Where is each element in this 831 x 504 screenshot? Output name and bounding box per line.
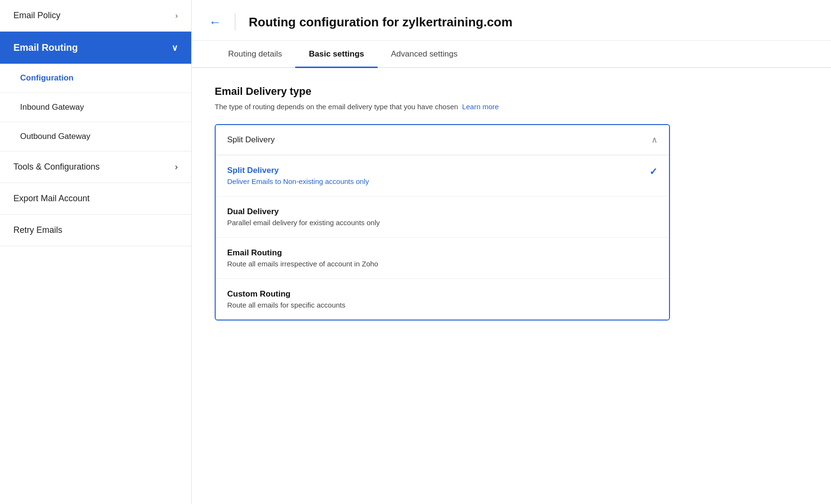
sidebar-item-tools-configurations[interactable]: Tools & Configurations ›	[0, 151, 191, 183]
dropdown-options: Split Delivery ✓ Deliver Emails to Non-e…	[216, 155, 669, 320]
option-dual-delivery[interactable]: Dual Delivery Parallel email delivery fo…	[216, 196, 669, 238]
chevron-right-icon: ›	[175, 11, 178, 20]
sidebar-item-tools-label: Tools & Configurations	[13, 162, 100, 172]
tab-routing-details[interactable]: Routing details	[215, 41, 295, 68]
option-split-delivery[interactable]: Split Delivery ✓ Deliver Emails to Non-e…	[216, 155, 669, 196]
option-email-routing-title: Email Routing	[227, 248, 658, 258]
section-title: Email Delivery type	[215, 85, 808, 98]
sidebar-item-email-routing-label: Email Routing	[13, 42, 78, 53]
sidebar-item-export-mail[interactable]: Export Mail Account	[0, 183, 191, 215]
sidebar-item-retry-label: Retry Emails	[13, 225, 62, 235]
header-divider	[235, 13, 235, 31]
option-dual-delivery-desc: Parallel email delivery for existing acc…	[227, 218, 658, 227]
sidebar-item-email-policy-label: Email Policy	[13, 11, 60, 21]
option-custom-routing-desc: Route all emails for specific accounts	[227, 301, 658, 309]
option-split-delivery-title: Split Delivery	[227, 166, 279, 175]
option-split-delivery-header: Split Delivery ✓	[227, 166, 658, 177]
checkmark-icon: ✓	[649, 166, 658, 177]
option-email-routing-desc: Route all emails irrespective of account…	[227, 260, 658, 268]
chevron-right-icon-2: ›	[175, 162, 178, 172]
sidebar-item-retry-emails[interactable]: Retry Emails	[0, 215, 191, 246]
back-button[interactable]: ←	[209, 15, 221, 30]
content-area: Email Delivery type The type of routing …	[192, 68, 831, 504]
section-description: The type of routing depends on the email…	[215, 103, 808, 111]
sidebar-sub-items: Configuration Inbound Gateway Outbound G…	[0, 64, 191, 151]
dropdown-header[interactable]: Split Delivery ∧	[216, 125, 669, 155]
tab-advanced-settings[interactable]: Advanced settings	[378, 41, 471, 68]
section-desc-text: The type of routing depends on the email…	[215, 103, 458, 111]
main-header: ← Routing configuration for zylkertraini…	[192, 0, 831, 41]
option-custom-routing-title: Custom Routing	[227, 289, 658, 299]
sidebar-item-email-routing[interactable]: Email Routing ∨	[0, 32, 191, 64]
option-split-delivery-desc: Deliver Emails to Non-existing accounts …	[227, 177, 658, 185]
sidebar-sub-item-configuration[interactable]: Configuration	[0, 64, 191, 93]
learn-more-link[interactable]: Learn more	[462, 103, 499, 111]
tab-basic-settings[interactable]: Basic settings	[295, 41, 377, 68]
delivery-type-dropdown[interactable]: Split Delivery ∧ Split Delivery ✓ Delive…	[215, 124, 670, 321]
sidebar-sub-item-inbound-gateway-label: Inbound Gateway	[20, 103, 84, 112]
main-content: ← Routing configuration for zylkertraini…	[192, 0, 831, 504]
chevron-down-icon: ∨	[172, 43, 178, 53]
dropdown-selected-value: Split Delivery	[227, 135, 275, 145]
chevron-up-icon: ∧	[651, 135, 658, 145]
sidebar-item-email-policy[interactable]: Email Policy ›	[0, 0, 191, 32]
option-email-routing[interactable]: Email Routing Route all emails irrespect…	[216, 238, 669, 279]
sidebar-sub-item-outbound-gateway-label: Outbound Gateway	[20, 132, 90, 141]
page-title: Routing configuration for zylkertraining…	[249, 15, 512, 30]
sidebar-sub-item-configuration-label: Configuration	[20, 73, 73, 82]
option-dual-delivery-title: Dual Delivery	[227, 207, 658, 217]
option-custom-routing[interactable]: Custom Routing Route all emails for spec…	[216, 279, 669, 320]
sidebar-item-export-label: Export Mail Account	[13, 194, 90, 204]
tabs-row: Routing details Basic settings Advanced …	[192, 41, 831, 68]
sidebar-sub-item-inbound-gateway[interactable]: Inbound Gateway	[0, 93, 191, 122]
sidebar-sub-item-outbound-gateway[interactable]: Outbound Gateway	[0, 122, 191, 151]
sidebar: Email Policy › Email Routing ∨ Configura…	[0, 0, 192, 504]
